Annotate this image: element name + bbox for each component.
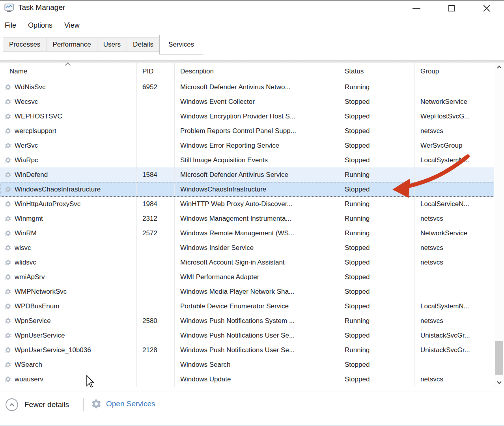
service-gear-icon <box>5 113 11 120</box>
services-gear-icon <box>91 398 102 409</box>
tab-processes[interactable]: Processes <box>3 37 46 52</box>
service-group: netsvcs <box>415 255 494 270</box>
column-header-group[interactable]: Group <box>415 63 494 80</box>
service-gear-icon <box>5 128 11 134</box>
close-icon <box>483 4 491 12</box>
service-status: Stopped <box>339 240 415 255</box>
table-row[interactable]: WiaRpc Still Image Acquisition Events St… <box>0 153 494 167</box>
task-manager-window: Task Manager FileOptionsView ProcessesPe… <box>0 0 504 426</box>
table-row[interactable]: WMPNetworkSvc Windows Media Player Netwo… <box>0 284 494 299</box>
vertical-scrollbar[interactable] <box>494 63 504 387</box>
service-status: Stopped <box>339 153 415 167</box>
service-description: WinHTTP Web Proxy Auto-Discover... <box>175 197 339 211</box>
scroll-down-button[interactable] <box>494 377 504 387</box>
service-name: WEPHOSTSVC <box>15 113 62 120</box>
service-gear-icon <box>5 186 11 193</box>
service-gear-icon <box>5 376 11 383</box>
column-header-description[interactable]: Description <box>175 63 339 80</box>
service-pid <box>137 94 175 109</box>
service-group <box>415 284 494 299</box>
maximize-button[interactable] <box>434 1 469 16</box>
service-pid: 2128 <box>137 343 175 357</box>
service-status: Stopped <box>339 372 415 387</box>
service-status: Stopped <box>339 328 415 343</box>
table-row[interactable]: WSearch Windows Search Stopped <box>0 357 494 372</box>
service-group: NetworkService <box>415 94 494 109</box>
tab-users[interactable]: Users <box>97 37 127 52</box>
service-name: WinDefend <box>15 171 48 179</box>
menu-file[interactable]: File <box>5 21 16 30</box>
service-name: WinHttpAutoProxySvc <box>15 200 80 208</box>
minimize-icon <box>413 8 420 9</box>
service-description: Microsoft Defender Antivirus Service <box>175 167 339 182</box>
service-name: WdNisSvc <box>15 83 45 91</box>
column-header-pid[interactable]: PID <box>137 63 175 80</box>
table-row[interactable]: WinDefend 1584 Microsoft Defender Antivi… <box>0 167 494 182</box>
service-status: Running <box>339 343 415 357</box>
service-group: NetworkService <box>415 226 494 240</box>
service-group: netsvcs <box>415 211 494 226</box>
table-row[interactable]: wmiApSrv WMI Performance Adapter Stopped <box>0 270 494 284</box>
menu-view[interactable]: View <box>64 21 80 30</box>
open-services-link[interactable]: Open Services <box>91 398 155 409</box>
scrollbar-thumb[interactable] <box>495 341 503 375</box>
title-bar: Task Manager <box>0 1 504 17</box>
service-status: Running <box>339 211 415 226</box>
tab-divider <box>0 60 504 63</box>
table-row[interactable]: Winmgmt 2312 Windows Management Instrume… <box>0 211 494 226</box>
service-pid <box>137 138 175 153</box>
table-row[interactable]: wuauserv Windows Update Stopped netsvcs <box>0 372 494 387</box>
service-name: wercplsupport <box>15 127 56 135</box>
table-row[interactable]: Wecsvc Windows Event Collector Stopped N… <box>0 94 494 109</box>
table-row[interactable]: WpnService 2580 Windows Push Notificatio… <box>0 313 494 328</box>
table-row[interactable]: wercplsupport Problem Reports Control Pa… <box>0 124 494 138</box>
menu-options[interactable]: Options <box>28 21 52 30</box>
service-name: WerSvc <box>15 142 38 150</box>
service-group <box>415 80 494 94</box>
table-row[interactable]: WPDBusEnum Portable Device Enumerator Se… <box>0 299 494 313</box>
close-button[interactable] <box>469 1 504 16</box>
scroll-up-button[interactable] <box>494 63 504 73</box>
window-controls <box>399 1 504 16</box>
service-name: WpnUserService_10b036 <box>15 346 91 354</box>
service-description: Windows Update <box>175 372 339 387</box>
footer-bar: Fewer details Open Services <box>0 392 504 426</box>
tab-performance[interactable]: Performance <box>46 37 97 52</box>
service-pid <box>137 240 175 255</box>
table-row[interactable]: WerSvc Windows Error Reporting Service S… <box>0 138 494 153</box>
service-name: wlidsvc <box>15 259 36 266</box>
tab-details[interactable]: Details <box>127 37 159 52</box>
table-row[interactable]: WEPHOSTSVC Windows Encryption Provider H… <box>0 109 494 124</box>
service-name: WpnUserService <box>15 332 65 340</box>
service-status: Stopped <box>339 255 415 270</box>
service-pid: 1584 <box>137 167 175 182</box>
service-gear-icon <box>5 84 11 90</box>
tab-services[interactable]: Services <box>159 35 203 54</box>
table-row[interactable]: wlidsvc Microsoft Account Sign-in Assist… <box>0 255 494 270</box>
service-pid <box>137 255 175 270</box>
open-services-label: Open Services <box>106 400 155 408</box>
service-gear-icon <box>5 215 11 222</box>
table-row[interactable]: WpnUserService Windows Push Notification… <box>0 328 494 343</box>
minimize-button[interactable] <box>399 1 434 16</box>
service-description: Windows Remote Management (WS... <box>175 226 339 240</box>
service-pid: 2572 <box>137 226 175 240</box>
service-name: Winmgmt <box>15 215 43 223</box>
table-row[interactable]: WinHttpAutoProxySvc 1984 WinHTTP Web Pro… <box>0 197 494 211</box>
service-description: Windows Management Instrumenta... <box>175 211 339 226</box>
service-status: Stopped <box>339 284 415 299</box>
table-row[interactable]: WindowsChaosInfrastructure WindowsChaosI… <box>0 182 494 197</box>
service-gear-icon <box>5 244 11 251</box>
service-status: Running <box>339 313 415 328</box>
fewer-details-button[interactable]: Fewer details <box>6 398 69 411</box>
service-status: Stopped <box>339 94 415 109</box>
table-row[interactable]: WpnUserService_10b036 2128 Windows Push … <box>0 343 494 357</box>
table-row[interactable]: WinRM 2572 Windows Remote Management (WS… <box>0 226 494 240</box>
table-row[interactable]: wisvc Windows Insider Service Stopped ne… <box>0 240 494 255</box>
service-status: Stopped <box>339 124 415 138</box>
service-name: wuauserv <box>15 375 43 383</box>
service-name: WMPNetworkSvc <box>15 288 67 296</box>
table-row[interactable]: WdNisSvc 6952 Microsoft Defender Antivir… <box>0 80 494 94</box>
service-gear-icon <box>5 332 11 339</box>
column-header-status[interactable]: Status <box>339 63 415 80</box>
